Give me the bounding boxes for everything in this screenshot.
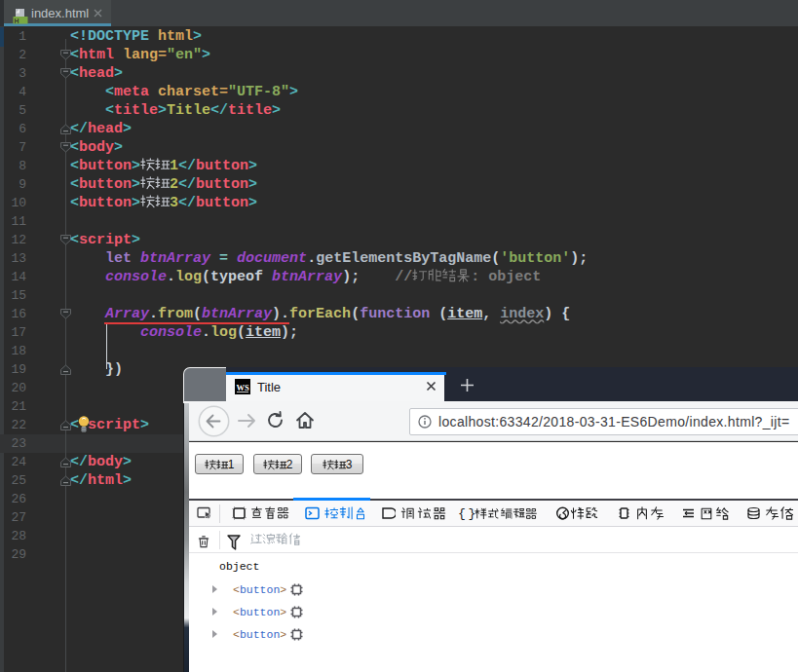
svg-text:H: H	[14, 18, 19, 24]
svg-text:WS: WS	[236, 383, 249, 392]
